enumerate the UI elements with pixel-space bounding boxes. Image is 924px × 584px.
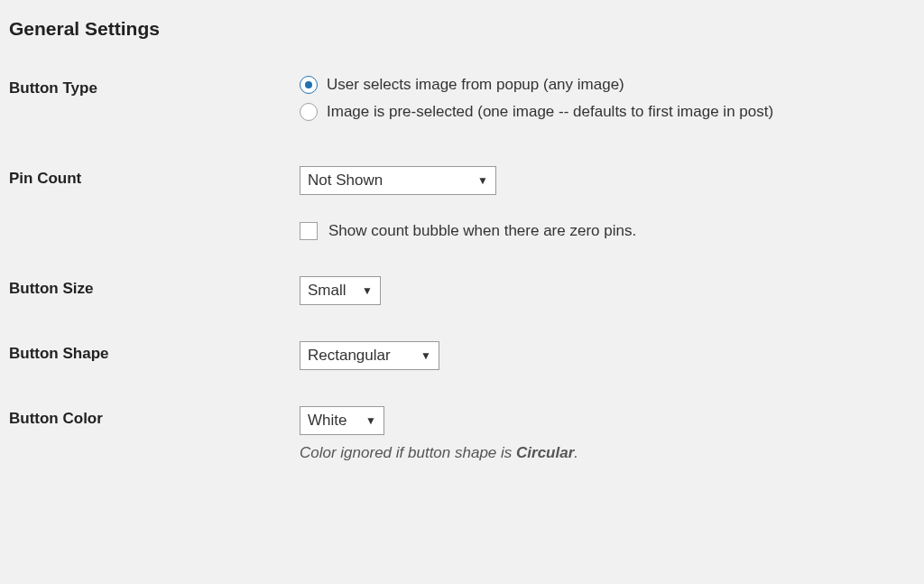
button-type-radio-popup[interactable] — [300, 76, 318, 94]
button-size-select-value: Small — [308, 282, 346, 300]
section-heading: General Settings — [9, 18, 915, 40]
button-color-select-value: White — [308, 412, 346, 430]
chevron-down-icon: ▼ — [477, 174, 488, 187]
button-type-label: Button Type — [9, 76, 300, 97]
button-type-option-preselected-label: Image is pre-selected (one image -- defa… — [327, 103, 773, 121]
button-size-label: Button Size — [9, 276, 300, 298]
button-shape-select[interactable]: Rectangular ▼ — [300, 341, 439, 370]
button-color-select[interactable]: White ▼ — [300, 406, 384, 435]
button-type-radio-preselected[interactable] — [300, 103, 318, 121]
pin-count-select[interactable]: Not Shown ▼ — [300, 166, 496, 195]
zero-pins-checkbox[interactable] — [300, 222, 318, 240]
zero-pins-checkbox-label: Show count bubble when there are zero pi… — [328, 222, 636, 240]
button-type-option-popup-label: User selects image from popup (any image… — [327, 76, 624, 94]
button-color-description: Color ignored if button shape is Circula… — [300, 444, 915, 462]
chevron-down-icon: ▼ — [365, 414, 376, 427]
button-size-select[interactable]: Small ▼ — [300, 276, 381, 305]
pin-count-select-value: Not Shown — [308, 171, 383, 190]
button-color-label: Button Color — [9, 406, 300, 428]
button-shape-select-value: Rectangular — [308, 347, 391, 365]
chevron-down-icon: ▼ — [420, 349, 431, 362]
chevron-down-icon: ▼ — [362, 284, 373, 297]
pin-count-label: Pin Count — [9, 166, 300, 188]
button-shape-label: Button Shape — [9, 341, 300, 363]
